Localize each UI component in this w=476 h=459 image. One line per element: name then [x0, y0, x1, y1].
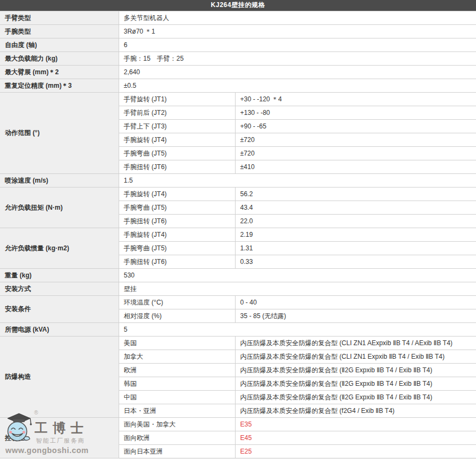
- spec-value-jt2: +130 - -80: [235, 106, 476, 119]
- spec-sub-europe: 欧洲: [119, 363, 235, 377]
- group-label-motion-range: 动作范围 (°): [0, 92, 119, 173]
- spec-value-controller-europe: E45: [235, 431, 476, 444]
- spec-value-jt4: ±720: [235, 133, 476, 146]
- spec-sub-controller-usa-canada: 面向美国・加拿大: [119, 417, 235, 431]
- spec-sub-jt4: 手腕旋转 (JT4): [119, 133, 235, 146]
- spec-value-power: 5: [119, 322, 476, 336]
- spec-value-china: 内压防爆及本质安全防爆的复合型 (Ⅱ2G Expxib ⅡB T4 / Exib…: [235, 390, 476, 404]
- spec-sub-controller-japan-asia: 面向日本亚洲: [119, 444, 235, 458]
- spec-sub-jt1: 手臂旋转 (JT1): [119, 92, 235, 106]
- spec-value-inertia-jt6: 0.33: [235, 255, 476, 268]
- spec-sub-inertia-jt5: 手腕弯曲 (JT5): [119, 241, 235, 255]
- spec-sub-controller-europe: 面向欧洲: [119, 431, 235, 444]
- spec-value-inertia-jt4: 2.19: [235, 228, 476, 241]
- spec-label-repeatability: 重复定位精度 (mm)＊3: [0, 79, 119, 92]
- spec-value-arm-type: 多关节型机器人: [119, 11, 476, 24]
- spec-value-japan-asia: 内压防爆及本质安全防爆的复合型 (f2G4 / Exib ⅡB T4): [235, 404, 476, 417]
- spec-value-max-reach: 2,640: [119, 65, 476, 79]
- spec-sub-inertia-jt4: 手腕旋转 (JT4): [119, 228, 235, 241]
- spec-value-usa: 内压防爆及本质安全防爆的复合型 (CLI ZN1 AExpxib ⅡB T4 /…: [235, 336, 476, 350]
- spec-value-jt5: ±720: [235, 146, 476, 160]
- table-title: KJ264壁挂的规格: [0, 0, 476, 11]
- spec-sub-torque-jt6: 手腕扭转 (JT6): [119, 214, 235, 228]
- spec-value-controller-japan-asia: E25: [235, 444, 476, 458]
- spec-label-axes: 自由度 (轴): [0, 38, 119, 51]
- spec-value-torque-jt4: 56.2: [235, 187, 476, 201]
- spec-value-korea: 内压防爆及本质安全防爆的复合型 (Ⅱ2G Expxib ⅡB T4 / Exib…: [235, 377, 476, 390]
- spec-value-jt6: ±410: [235, 160, 476, 173]
- spec-value-weight: 530: [119, 268, 476, 282]
- spec-sub-korea: 韩国: [119, 377, 235, 390]
- spec-label-max-payload: 最大负载能力 (kg): [0, 51, 119, 65]
- spec-value-europe: 内压防爆及本质安全防爆的复合型 (Ⅱ2G Expxib ⅡB T4 / Exib…: [235, 363, 476, 377]
- group-label-load-inertia: 允许负载惯量 (kg·m2): [0, 228, 119, 268]
- spec-value-ambient-temp: 0 - 40: [235, 295, 476, 309]
- spec-value-torque-jt6: 22.0: [235, 214, 476, 228]
- spec-page: { "title": "KJ264壁挂的规格", "colors": { "he…: [0, 0, 476, 459]
- spec-value-mounting: 壁挂: [119, 282, 476, 295]
- spec-sub-canada: 加拿大: [119, 350, 235, 363]
- group-label-controller: 控制柜: [0, 417, 119, 458]
- spec-value-jt3: +90 - -65: [235, 119, 476, 133]
- spec-sub-ambient-temp: 环境温度 (°C): [119, 295, 235, 309]
- spec-sub-jt3: 手臂上下 (JT3): [119, 119, 235, 133]
- spec-sub-japan-asia: 日本・亚洲: [119, 404, 235, 417]
- spec-value-wrist-type: 3Rø70 ＊1: [119, 24, 476, 38]
- spec-value-max-payload: 手腕：15 手臂：25: [119, 51, 476, 65]
- group-label-load-torque: 允许负载扭矩 (N·m): [0, 187, 119, 228]
- spec-label-weight: 重量 (kg): [0, 268, 119, 282]
- spec-label-paint-speed: 喷涂速度 (m/s): [0, 173, 119, 187]
- spec-value-paint-speed: 1.5: [119, 173, 476, 187]
- spec-value-axes: 6: [119, 38, 476, 51]
- spec-label-power: 所需电源 (kVA): [0, 322, 119, 336]
- spec-value-torque-jt5: 43.4: [235, 201, 476, 214]
- spec-value-controller-usa-canada: E35: [235, 417, 476, 431]
- spec-sub-inertia-jt6: 手腕扭转 (JT6): [119, 255, 235, 268]
- spec-label-max-reach: 最大臂展 (mm)＊2: [0, 65, 119, 79]
- group-label-explosion-proof: 防爆构造: [0, 336, 119, 417]
- spec-sub-torque-jt5: 手腕弯曲 (JT5): [119, 201, 235, 214]
- group-label-install-conditions: 安装条件: [0, 295, 119, 322]
- spec-sub-humidity: 相对湿度 (%): [119, 309, 235, 322]
- spec-value-inertia-jt5: 1.31: [235, 241, 476, 255]
- spec-sub-torque-jt4: 手腕旋转 (JT4): [119, 187, 235, 201]
- spec-label-mounting: 安装方式: [0, 282, 119, 295]
- spec-value-repeatability: ±0.5: [119, 79, 476, 92]
- spec-value-canada: 内压防爆及本质安全防爆的复合型 (CLI ZN1 Expxib ⅡB T4 / …: [235, 350, 476, 363]
- spec-sub-china: 中国: [119, 390, 235, 404]
- spec-sub-usa: 美国: [119, 336, 235, 350]
- spec-table: KJ264壁挂的规格 手臂类型 多关节型机器人 手腕类型 3Rø70 ＊1 自由…: [0, 0, 476, 458]
- spec-value-humidity: 35 - 85 (无结露): [235, 309, 476, 322]
- spec-sub-jt6: 手腕扭转 (JT6): [119, 160, 235, 173]
- spec-label-wrist-type: 手腕类型: [0, 24, 119, 38]
- spec-sub-jt5: 手腕弯曲 (JT5): [119, 146, 235, 160]
- spec-sub-jt2: 手臂前后 (JT2): [119, 106, 235, 119]
- spec-value-jt1: +30 - -120 ＊4: [235, 92, 476, 106]
- spec-label-arm-type: 手臂类型: [0, 11, 119, 24]
